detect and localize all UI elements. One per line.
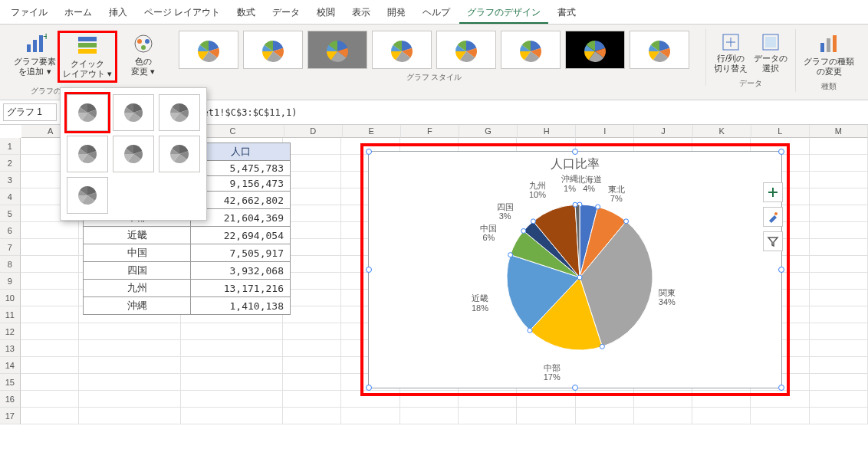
quick-layout-option[interactable]	[67, 136, 108, 172]
quick-layout-button[interactable]: クイックレイアウト ▾	[58, 31, 117, 83]
tab-ファイル[interactable]: ファイル	[3, 3, 55, 24]
tab-数式[interactable]: 数式	[229, 3, 263, 24]
cell[interactable]	[79, 323, 181, 340]
row-header[interactable]: 9	[0, 273, 21, 290]
chart-style-thumb[interactable]	[307, 31, 367, 69]
cell[interactable]	[283, 374, 341, 391]
cell[interactable]	[181, 357, 283, 374]
row-header[interactable]: 3	[0, 172, 21, 188]
cell[interactable]	[21, 222, 79, 239]
cell[interactable]	[810, 357, 868, 374]
add-chart-element-button[interactable]: + グラフ要素を追加 ▾	[12, 31, 58, 83]
cell[interactable]	[283, 239, 341, 256]
cell[interactable]	[810, 205, 868, 222]
row-header[interactable]: 15	[0, 374, 21, 391]
cell[interactable]	[810, 222, 868, 239]
chart-styles-gallery[interactable]	[179, 31, 689, 69]
cell[interactable]	[283, 290, 341, 306]
row-header[interactable]: 2	[0, 155, 21, 172]
cell[interactable]	[810, 290, 868, 306]
cell[interactable]	[21, 273, 79, 290]
cell[interactable]	[21, 256, 79, 273]
cell[interactable]	[79, 408, 181, 424]
cell[interactable]	[79, 340, 181, 357]
resize-handle[interactable]	[778, 385, 784, 391]
col-header[interactable]: H	[518, 125, 576, 138]
col-header[interactable]: D	[284, 125, 343, 138]
cell[interactable]	[21, 290, 79, 306]
tab-ヘルプ[interactable]: ヘルプ	[415, 3, 458, 24]
cell[interactable]	[634, 408, 692, 424]
chart-elements-button[interactable]	[763, 182, 783, 202]
cell[interactable]	[810, 408, 868, 424]
pie-chart[interactable]: 北海道4%東北7%関東34%中部17%近畿18%中国6%四国3%九州10%沖縄1…	[369, 174, 781, 373]
cell[interactable]	[21, 239, 79, 256]
row-header[interactable]: 13	[0, 340, 21, 357]
select-data-button[interactable]: データの選択	[752, 31, 789, 75]
chart-filter-button[interactable]	[763, 231, 783, 251]
row-header[interactable]: 5	[0, 205, 21, 222]
col-header[interactable]: E	[343, 125, 401, 138]
cell[interactable]	[459, 408, 517, 424]
cell[interactable]	[283, 256, 341, 273]
chart-container[interactable]: 人口比率 北海道4%東北7%関東34%中部17%近畿18%中国6%四国3%九州1…	[360, 143, 790, 396]
quick-layout-option[interactable]	[159, 136, 200, 172]
cell[interactable]	[810, 239, 868, 256]
tab-表示[interactable]: 表示	[344, 3, 378, 24]
cell[interactable]	[576, 408, 634, 424]
quick-layout-option[interactable]	[113, 136, 154, 172]
col-header[interactable]: L	[751, 125, 810, 138]
cell[interactable]	[810, 273, 868, 290]
cell[interactable]	[810, 391, 868, 408]
cell[interactable]	[21, 374, 79, 391]
chart-styles-button[interactable]	[763, 207, 783, 227]
tab-書式[interactable]: 書式	[550, 3, 584, 24]
cell[interactable]	[810, 138, 868, 155]
cell[interactable]	[181, 340, 283, 357]
cell[interactable]	[181, 323, 283, 340]
cell[interactable]	[283, 155, 341, 172]
chart-style-thumb[interactable]	[501, 31, 561, 69]
chart-style-thumb[interactable]	[372, 31, 432, 69]
tab-校閲[interactable]: 校閲	[309, 3, 343, 24]
row-header[interactable]: 17	[0, 408, 21, 424]
cell[interactable]	[21, 340, 79, 357]
cell[interactable]	[21, 408, 79, 424]
col-header[interactable]: F	[401, 125, 459, 138]
chart-style-thumb[interactable]	[436, 31, 496, 69]
change-colors-button[interactable]: 色の変更 ▾	[130, 31, 156, 78]
col-header[interactable]: J	[634, 125, 692, 138]
change-chart-type-button[interactable]: グラフの種類の変更	[802, 31, 856, 78]
cell[interactable]	[400, 408, 459, 424]
cell[interactable]	[810, 172, 868, 188]
tab-グラフのデザイン[interactable]: グラフのデザイン	[459, 3, 548, 24]
cell[interactable]	[181, 408, 283, 424]
switch-row-col-button[interactable]: 行/列の切り替え	[712, 31, 749, 75]
tab-ホーム[interactable]: ホーム	[57, 3, 100, 24]
col-header[interactable]: M	[810, 125, 868, 138]
cell[interactable]	[21, 357, 79, 374]
cell[interactable]	[21, 306, 79, 323]
cell[interactable]	[21, 391, 79, 408]
cell[interactable]	[810, 188, 868, 205]
cell[interactable]	[341, 408, 399, 424]
quick-layout-option[interactable]	[113, 94, 154, 131]
cell[interactable]	[692, 408, 751, 424]
cell[interactable]	[283, 273, 341, 290]
cell[interactable]	[283, 323, 341, 340]
tab-ページ レイアウト[interactable]: ページ レイアウト	[136, 3, 228, 24]
col-header[interactable]: G	[459, 125, 518, 138]
chart-style-thumb[interactable]	[243, 31, 303, 69]
row-header[interactable]: 7	[0, 239, 21, 256]
row-header[interactable]: 11	[0, 306, 21, 323]
cell[interactable]	[810, 340, 868, 357]
col-header[interactable]: I	[576, 125, 634, 138]
cell[interactable]	[283, 172, 341, 188]
cell[interactable]	[751, 408, 809, 424]
row-header[interactable]: 12	[0, 323, 21, 340]
quick-layout-option[interactable]	[159, 94, 200, 131]
cell[interactable]	[810, 374, 868, 391]
chart-style-thumb[interactable]	[565, 31, 625, 69]
tab-挿入[interactable]: 挿入	[101, 3, 135, 24]
row-header[interactable]: 1	[0, 138, 21, 155]
